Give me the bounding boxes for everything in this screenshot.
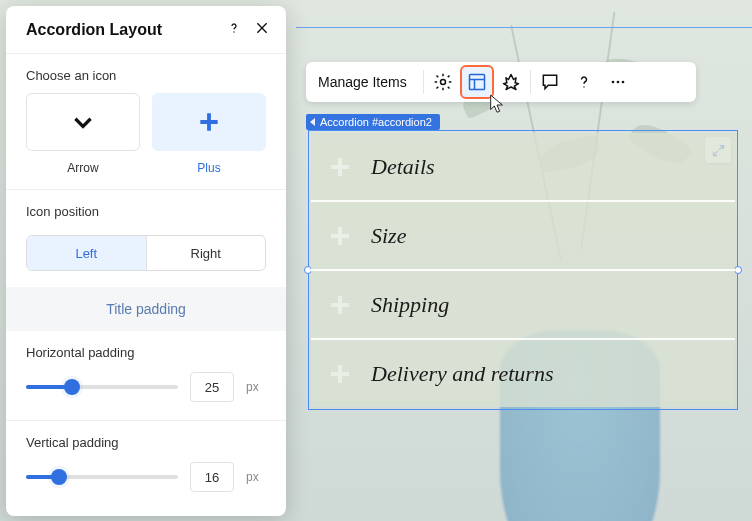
icon-option-plus[interactable] <box>152 93 266 151</box>
horizontal-padding-slider[interactable] <box>26 377 178 397</box>
choose-icon-label: Choose an icon <box>6 54 286 93</box>
accordion-item-title: Details <box>371 154 435 180</box>
accordion-item[interactable]: Details <box>311 133 735 202</box>
close-icon <box>254 20 270 36</box>
element-tag-label: Accordion #accordion2 <box>320 116 432 128</box>
animation-icon <box>501 72 521 92</box>
more-icon <box>608 72 628 92</box>
plus-icon <box>331 296 349 314</box>
svg-rect-1 <box>469 75 484 90</box>
panel-close-button[interactable] <box>254 20 270 39</box>
gear-icon <box>433 72 453 92</box>
divider <box>423 70 424 94</box>
divider <box>530 70 531 94</box>
comment-icon <box>540 72 560 92</box>
icon-option-arrow[interactable] <box>26 93 140 151</box>
accordion-item[interactable]: Shipping <box>311 271 735 340</box>
comments-button[interactable] <box>533 65 567 99</box>
cursor-icon <box>488 94 506 120</box>
plus-icon <box>331 227 349 245</box>
position-left-option[interactable]: Left <box>27 236 146 270</box>
unit-label: px <box>246 470 266 484</box>
settings-button[interactable] <box>426 65 460 99</box>
svg-point-0 <box>440 80 445 85</box>
title-padding-label: Title padding <box>106 301 186 317</box>
svg-point-3 <box>611 81 614 84</box>
accordion-component[interactable]: Details Size Shipping Delivery and retur… <box>311 133 735 407</box>
resize-handle-right[interactable] <box>734 266 742 274</box>
svg-point-4 <box>616 81 619 84</box>
svg-point-6 <box>233 31 234 32</box>
selection-frame[interactable]: Details Size Shipping Delivery and retur… <box>308 130 738 410</box>
layout-icon <box>467 72 487 92</box>
more-button[interactable] <box>601 65 635 99</box>
manage-items-button[interactable]: Manage Items <box>318 74 415 90</box>
accordion-item[interactable]: Delivery and returns <box>311 340 735 407</box>
element-tag[interactable]: Accordion #accordion2 <box>306 114 440 130</box>
horizontal-padding-input[interactable]: 25 <box>190 372 234 402</box>
help-icon <box>574 72 594 92</box>
icon-option-plus-label: Plus <box>152 161 266 175</box>
help-icon <box>226 20 242 36</box>
svg-point-2 <box>583 86 584 87</box>
accordion-item-title: Delivery and returns <box>371 361 553 387</box>
plus-icon <box>331 158 349 176</box>
icon-position-label: Icon position <box>6 190 286 229</box>
accordion-item-title: Size <box>371 223 406 249</box>
panel-header: Accordion Layout <box>6 6 286 53</box>
horizontal-padding-label: Horizontal padding <box>26 345 266 360</box>
help-button[interactable] <box>567 65 601 99</box>
plus-icon <box>331 365 349 383</box>
layout-panel: Accordion Layout Choose an icon Arrow Pl… <box>6 6 286 516</box>
position-right-option[interactable]: Right <box>146 236 266 270</box>
plus-icon <box>196 109 222 135</box>
chevron-down-icon <box>70 109 96 135</box>
icon-option-arrow-label: Arrow <box>26 161 140 175</box>
unit-label: px <box>246 380 266 394</box>
svg-point-5 <box>621 81 624 84</box>
accordion-item[interactable]: Size <box>311 202 735 271</box>
vertical-padding-label: Vertical padding <box>26 435 266 450</box>
icon-position-toggle: Left Right <box>26 235 266 271</box>
accordion-item-title: Shipping <box>371 292 449 318</box>
title-padding-section: Title padding <box>6 287 286 331</box>
panel-title: Accordion Layout <box>26 21 162 39</box>
vertical-padding-input[interactable]: 16 <box>190 462 234 492</box>
panel-help-button[interactable] <box>226 20 242 39</box>
vertical-padding-slider[interactable] <box>26 467 178 487</box>
